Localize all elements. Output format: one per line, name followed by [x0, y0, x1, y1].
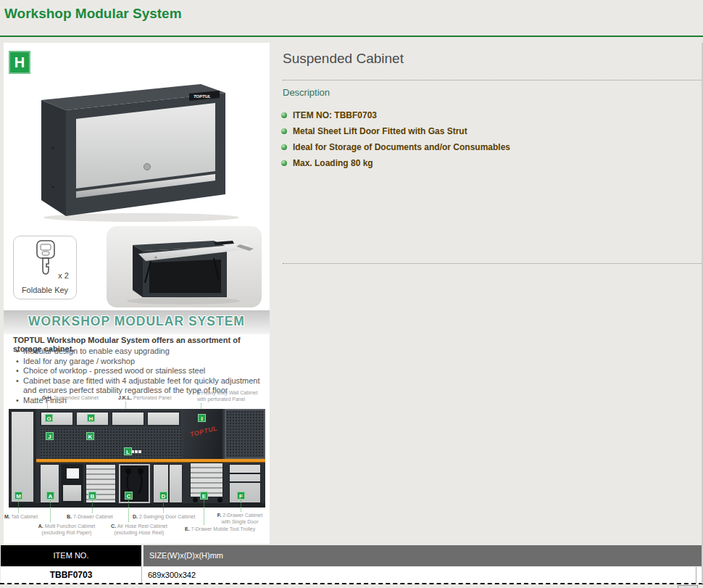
- swinging-door-cabinet-d: [153, 464, 183, 503]
- key-quantity: x 2: [58, 271, 69, 280]
- roll-paper: [67, 468, 79, 479]
- badge-b: B: [88, 492, 96, 500]
- badge-h: H: [87, 414, 95, 422]
- separator-dotted: [283, 263, 703, 264]
- banner-title: WORKSHOP MODULAR SYSTEM: [4, 314, 270, 329]
- diagram-label-text: Perforated Panel: [133, 395, 172, 400]
- tall-cabinet-m: [9, 409, 36, 508]
- key-icon: [31, 239, 60, 277]
- diagram-label-text: 2-Drawer Cabinet with Single Door: [222, 513, 263, 524]
- diagram-label-key: J.K.L.: [118, 395, 132, 400]
- bullet-icon: [281, 112, 287, 118]
- diagram-label-text: Multi Function Cabinet (excluding Roll P…: [42, 523, 96, 535]
- feature-item: Max. Loading 80 kg: [281, 155, 510, 171]
- banner-bullet: Modular design to enable easy upgrading: [16, 347, 261, 357]
- badge-e: E: [200, 492, 208, 500]
- diagram-label-a: A. Multi Function Cabinet (excluding Rol…: [27, 523, 107, 536]
- feature-item: Ideal for Storage of Documents and/or Co…: [281, 139, 510, 155]
- spec-header-size: SIZE(W)x(D)x(H)mm: [143, 545, 703, 566]
- diagram-label-key: D.: [133, 514, 138, 519]
- bullet-icon: [281, 144, 287, 150]
- foldable-key-note: x 2 Foldable Key: [13, 236, 77, 299]
- drawer-divider: [230, 473, 260, 474]
- diagram-label-e: E. 7-Drawer Mobile Tool Trolley: [185, 526, 255, 533]
- diagram-label-key: C.: [111, 523, 116, 529]
- badge-f: F: [237, 492, 245, 500]
- diagram-label-key: M.: [4, 514, 10, 519]
- spec-item-no: TBBF0703: [1, 567, 142, 584]
- badge-g: G: [45, 414, 53, 422]
- suspended-cabinet: [111, 411, 145, 426]
- bottom-corner-element: [678, 585, 698, 588]
- roll-paper-bay: [61, 464, 83, 503]
- diagram-label-d: D. 2 Swinging Door Cabinet: [133, 514, 195, 521]
- diagram-label-gh: G.H. Suspended Cabinet: [42, 395, 99, 402]
- banner-strip: WORKSHOP MODULAR SYSTEM: [4, 310, 270, 334]
- product-name: Suspended Cabinet: [283, 51, 404, 67]
- leader-line: [163, 500, 164, 513]
- diagram-label-key: G.H.: [42, 395, 52, 400]
- feature-text: Ideal for Storage of Documents and/or Co…: [293, 142, 510, 152]
- feature-item: Metal Sheet Lift Door Fitted with Gas St…: [281, 123, 510, 139]
- spec-table-row: TBBF0703 689x300x342: [1, 567, 703, 584]
- diagram-label-text: 2 Swinging Door Cabinet: [139, 514, 195, 519]
- diagram-label-key: E.: [185, 526, 190, 531]
- spec-header-item-no: ITEM NO.: [1, 545, 141, 566]
- diagram-label-text: Air Hose Reel Cabinet (excluding Hose Re…: [115, 523, 167, 535]
- feature-item: ITEM NO: TBBF0703: [281, 107, 510, 123]
- spec-table: ITEM NO. SIZE(W)x(D)x(H)mm TBBF0703 689x…: [1, 545, 703, 584]
- two-drawer-cabinet-f: [229, 464, 261, 503]
- diagram-label-jkl: J.K.L. Perforated Panel: [118, 395, 172, 402]
- header-divider: [0, 36, 703, 37]
- diagram-label-i: I. Heavy Duty Wall Cabinet with perforat…: [197, 390, 266, 402]
- badge-j: J: [46, 432, 54, 440]
- description-heading: Description: [283, 87, 330, 98]
- suspended-cabinet: [146, 411, 180, 426]
- badge-k: K: [86, 432, 94, 440]
- product-page: Workshop Modular System H TOPTUL: [0, 0, 703, 588]
- feature-text: Metal Sheet Lift Door Fitted with Gas St…: [293, 126, 467, 136]
- badge-l: L: [124, 447, 132, 455]
- feature-text: Max. Loading 80 kg: [293, 158, 373, 168]
- diagram-label-f: F. 2-Drawer Cabinet with Single Door: [212, 513, 267, 525]
- diagram-label-text: Suspended Cabinet: [54, 395, 99, 400]
- trolley-caster: [193, 497, 198, 502]
- badge-i: I: [198, 414, 206, 422]
- page-title: Workshop Modular System: [4, 6, 182, 22]
- bullet-icon: [281, 128, 287, 134]
- model-letter-badge: H: [9, 51, 30, 74]
- feature-list: ITEM NO: TBBF0703 Metal Sheet Lift Door …: [281, 107, 510, 171]
- cabinet-plinth: [9, 503, 265, 508]
- leader-line: [92, 500, 93, 513]
- cabinet-door: [12, 412, 33, 502]
- diagram-label-text: 7-Drawer Mobile Tool Trolley: [191, 526, 256, 531]
- cabinet-drawer: [63, 485, 81, 501]
- perforated-panel: [40, 428, 181, 459]
- diagram-label-c: C. Air Hose Reel Cabinet (excluding Hose…: [99, 523, 179, 536]
- key-label: Foldable Key: [14, 286, 76, 294]
- badge-m: M: [14, 492, 22, 500]
- diagram-label-b: B. 7-Drawer Cabinet: [67, 514, 113, 521]
- air-hose-reel-cabinet-c: [119, 464, 150, 503]
- right-perforated-cabinet: [225, 409, 265, 459]
- leader-line: [241, 500, 241, 512]
- banner-bullet: Ideal for any garage / workshop: [16, 357, 261, 367]
- diagram-label-m: M. Tall Cabinet: [4, 514, 38, 521]
- brand-logo-text: TOPTUL: [194, 94, 211, 99]
- feature-text: ITEM NO: TBBF0703: [293, 110, 377, 120]
- diagram-label-text: Heavy Duty Wall Cabinet with perforated …: [197, 390, 257, 402]
- leader-line: [128, 500, 129, 522]
- wall-brand-logo: TOPTUL: [185, 423, 222, 439]
- door-split: [168, 465, 170, 502]
- bullet-icon: [281, 160, 287, 166]
- badge-a: A: [46, 492, 54, 500]
- separator-dotted: [283, 80, 703, 80]
- diagram-label-text: 7-Drawer Cabinet: [73, 514, 113, 519]
- diagram-label-text: Tall Cabinet: [12, 514, 38, 519]
- badge-d: D: [159, 492, 167, 500]
- bottom-dashed-divider: [0, 583, 703, 584]
- drawer-divider: [230, 481, 260, 483]
- leader-line: [204, 500, 204, 525]
- product-image-panel: H TOPTUL: [4, 43, 270, 544]
- product-photo-closed-cabinet: TOPTUL: [33, 78, 243, 223]
